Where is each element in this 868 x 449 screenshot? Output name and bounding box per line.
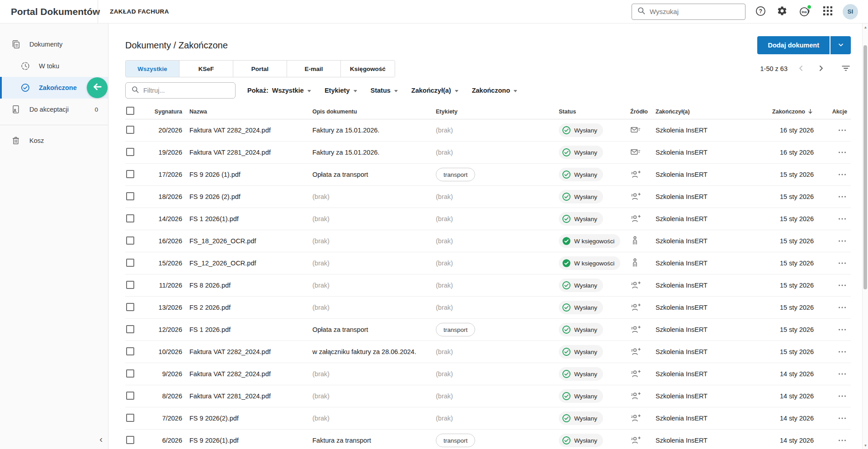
row-checkbox[interactable] <box>126 126 134 134</box>
add-document-menu-button[interactable] <box>830 36 851 54</box>
column-header-nazwa[interactable]: Nazwa <box>182 109 312 115</box>
select-all-checkbox[interactable] <box>126 107 134 115</box>
row-checkbox[interactable] <box>126 281 134 289</box>
row-checkbox[interactable] <box>126 148 134 156</box>
status-label: Wysłany <box>574 304 597 311</box>
row-checkbox[interactable] <box>126 392 134 400</box>
column-header-date[interactable]: Zakończono <box>772 108 814 115</box>
table-row[interactable]: 13/2026FS 2 2026.pdf(brak)(brak)WysłanyS… <box>125 297 851 319</box>
column-header-zrodlo[interactable]: Źródło <box>630 109 656 115</box>
table-row[interactable]: 14/2026FS 1 2026(1).pdf(brak)(brak)Wysła… <box>125 208 851 230</box>
table-row[interactable]: 7/2026FS 9 2026(2).pdf(brak)(brak)Wysłan… <box>125 407 851 430</box>
row-actions-button[interactable] <box>835 234 849 248</box>
table-row[interactable]: 8/2026Faktura VAT 2281_2024.pdf(brak)(br… <box>125 385 851 407</box>
row-actions-button[interactable] <box>835 168 849 181</box>
table-row[interactable]: 19/2026Faktura VAT 2281_2024.pdfFaktury … <box>125 142 851 164</box>
column-header-opis[interactable]: Opis dokumentu <box>312 109 436 115</box>
row-actions-button[interactable] <box>835 256 849 270</box>
row-checkbox[interactable] <box>126 347 134 355</box>
global-search[interactable] <box>632 4 745 20</box>
row-checkbox[interactable] <box>126 325 134 333</box>
row-actions-button[interactable] <box>835 123 849 137</box>
sidebar-item-kosz[interactable]: Kosz <box>0 130 108 151</box>
add-document-button[interactable]: Dodaj dokument <box>757 36 830 54</box>
row-actions-button[interactable] <box>835 212 849 226</box>
global-search-input[interactable] <box>650 8 740 15</box>
table-row[interactable]: 11/2026FS 8 2026.pdf(brak)(brak)WysłanyS… <box>125 274 851 297</box>
row-checkbox[interactable] <box>126 259 134 267</box>
status-badge: Wysłany <box>559 345 603 359</box>
row-actions-button[interactable] <box>835 345 849 359</box>
scrollbar-down-arrow[interactable]: ▼ <box>863 442 868 449</box>
table-row[interactable]: 17/2026FS 9 2026 (1).pdfOpłata za transp… <box>125 164 851 186</box>
tab-e-mail[interactable]: E-mail <box>287 61 341 77</box>
row-checkbox[interactable] <box>126 436 134 444</box>
settings-button[interactable] <box>776 5 788 19</box>
pagination-prev-button[interactable] <box>795 62 807 76</box>
labels-cell: (brak) <box>436 304 559 311</box>
filter-dropdown-zakończono[interactable]: Zakończono <box>472 87 518 94</box>
table-filter-input[interactable] <box>143 87 230 94</box>
table-row[interactable]: 18/2026FS 9 2026 (2).pdf(brak)(brak)Wysł… <box>125 186 851 208</box>
filter-dropdown-status[interactable]: Status <box>371 87 398 94</box>
tab-ksef[interactable]: KSeF <box>179 61 233 77</box>
column-header-zakonczyl[interactable]: Zakończył(a) <box>656 109 769 115</box>
insert-apps-button[interactable]: Ins <box>797 3 813 20</box>
row-actions-button[interactable] <box>835 411 849 425</box>
sidebar-item-w-toku[interactable]: W toku <box>0 55 108 77</box>
dots-icon <box>837 280 847 290</box>
vertical-scrollbar[interactable]: ▲ ▼ <box>862 24 868 449</box>
row-actions-button[interactable] <box>835 434 849 447</box>
sidebar-item-label: Do akceptacji <box>29 106 69 113</box>
sidebar-item-dokumenty[interactable]: Dokumenty <box>0 33 108 55</box>
user-avatar[interactable]: SI <box>843 4 858 19</box>
filter-dropdown-etykiety[interactable]: Etykiety <box>325 87 357 94</box>
tab-księgowość[interactable]: Księgowość <box>341 61 395 77</box>
table-filter[interactable] <box>125 82 236 99</box>
tab-portal[interactable]: Portal <box>233 61 287 77</box>
dots-icon <box>837 302 847 312</box>
filter-dropdown-pokaż-[interactable]: Pokaż:Wszystkie <box>247 87 311 94</box>
column-header-etyk[interactable]: Etykiety <box>436 109 559 115</box>
row-checkbox[interactable] <box>126 303 134 311</box>
table-row[interactable]: 16/2026FS_18_2026_OCR.pdf(brak)(brak)W k… <box>125 230 851 252</box>
apps-grid-button[interactable] <box>821 5 834 19</box>
filter-dropdown-zakończył-a-[interactable]: Zakończył(a) <box>411 87 458 94</box>
table-row[interactable]: 15/2026FS_12_2026_OCR.pdf(brak)(brak)W k… <box>125 252 851 274</box>
table-row[interactable]: 10/2026Faktura VAT 2282_2024.pdfw załącz… <box>125 341 851 363</box>
column-header-syg[interactable]: Sygnatura <box>155 109 182 115</box>
status-label: Wysłany <box>574 349 597 355</box>
help-button[interactable]: ? <box>754 5 767 19</box>
scrollbar-thumb[interactable] <box>863 45 867 289</box>
label-tag: transport <box>436 323 475 336</box>
row-actions-button[interactable] <box>835 367 849 381</box>
table-row[interactable]: 9/2026Faktura VAT 2282_2024.pdf(brak)(br… <box>125 363 851 385</box>
sidebar-collapse-button[interactable]: ‹ <box>99 434 103 444</box>
table-row[interactable]: 12/2026FS 1 2026.pdfOpłata za transportt… <box>125 319 851 341</box>
row-checkbox[interactable] <box>126 214 134 222</box>
row-checkbox[interactable] <box>126 192 134 200</box>
table-row[interactable]: 20/2026Faktura VAT 2282_2024.pdfFaktury … <box>125 119 851 142</box>
row-checkbox[interactable] <box>126 170 134 178</box>
pagination-next-button[interactable] <box>815 62 827 76</box>
row-actions-button[interactable] <box>835 301 849 314</box>
row-checkbox[interactable] <box>126 369 134 378</box>
column-header-status[interactable]: Status <box>559 109 630 115</box>
status-badge: W księgowości <box>559 256 620 270</box>
scrollbar-up-arrow[interactable]: ▲ <box>863 24 868 31</box>
sidebar-item-do-akceptacji[interactable]: Do akceptacji0 <box>0 99 108 120</box>
row-checkbox[interactable] <box>126 236 134 245</box>
column-header-label: Akcje <box>832 109 847 115</box>
row-actions-button[interactable] <box>835 389 849 403</box>
row-actions-button[interactable] <box>835 146 849 159</box>
tab-wszystkie[interactable]: Wszystkie <box>126 61 179 77</box>
row-actions-button[interactable] <box>835 279 849 292</box>
row-checkbox[interactable] <box>126 414 134 422</box>
column-filter-button[interactable] <box>841 63 851 75</box>
column-header-akcje[interactable]: Akcje <box>832 109 851 115</box>
completed-date-cell: 14 sty 2026 <box>780 437 814 444</box>
table-row[interactable]: 6/2026FS 9 2026(1).pdfFaktura za transpo… <box>125 430 851 449</box>
row-actions-button[interactable] <box>835 190 849 203</box>
description-cell: (brak) <box>312 392 436 400</box>
row-actions-button[interactable] <box>835 323 849 336</box>
